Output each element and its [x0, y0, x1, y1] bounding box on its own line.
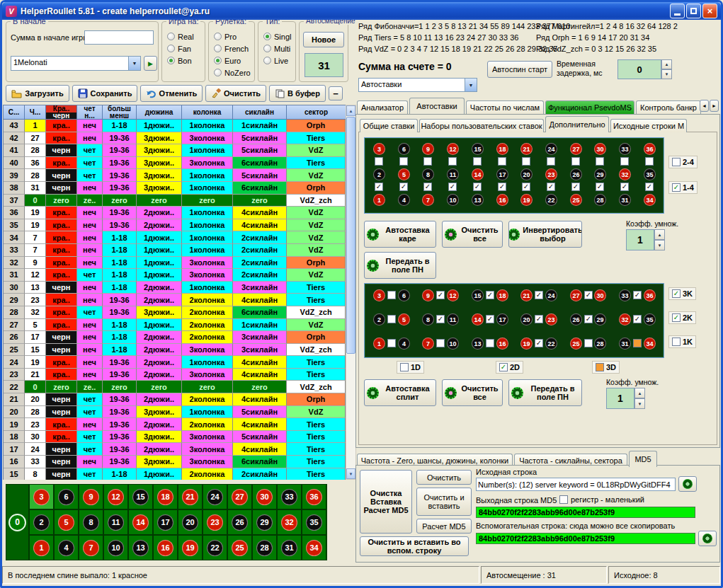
panel1-bottom-checkbox[interactable]	[571, 183, 580, 191]
checkbox-2-4[interactable]	[672, 158, 681, 166]
checkbox-1K[interactable]	[672, 338, 681, 346]
panel1-number-20[interactable]: 20	[520, 168, 533, 180]
scrollbar-up-icon[interactable]: ▲	[346, 105, 355, 116]
panel2-number-12[interactable]: 12	[447, 289, 459, 301]
panel1-bottom-checkbox[interactable]	[645, 183, 654, 191]
panel2-number-2[interactable]: 2	[373, 313, 385, 325]
panel2-number-1[interactable]: 1	[373, 338, 385, 350]
panel2-split-checkbox[interactable]	[387, 315, 396, 323]
col-header-number[interactable]: Ч...	[25, 105, 46, 120]
check-chip-1K[interactable]: 1K	[668, 335, 696, 348]
board-cell-12[interactable]: 12	[103, 484, 128, 509]
panel1-number-34[interactable]: 34	[644, 194, 656, 206]
panel2-split-checkbox[interactable]	[436, 315, 445, 323]
board-cell-10[interactable]: 10	[103, 535, 128, 560]
panel2-number-25[interactable]: 25	[570, 338, 582, 350]
panel2-number-31[interactable]: 31	[619, 338, 631, 350]
panel1-number-1[interactable]: 1	[373, 194, 385, 206]
check-chip-3K[interactable]: 3K	[668, 287, 696, 300]
md5-clear-button[interactable]: Очистить	[416, 470, 472, 485]
panel1-top-checkbox[interactable]	[547, 157, 555, 166]
clear-button[interactable]: Очистить	[205, 85, 266, 102]
panel2-number-28[interactable]: 28	[594, 338, 606, 350]
clear-all-button-2[interactable]: Очистить все	[442, 379, 503, 406]
check-chip-1D[interactable]: 1D	[397, 361, 424, 374]
panel1-number-8[interactable]: 8	[422, 168, 434, 180]
panel1-number-28[interactable]: 28	[594, 194, 606, 206]
board-cell-17[interactable]: 17	[153, 509, 178, 535]
board-cell-13[interactable]: 13	[128, 535, 153, 560]
panel2-number-6[interactable]: 6	[398, 289, 410, 301]
panel1-bottom-checkbox[interactable]	[522, 183, 530, 191]
board-cell-1[interactable]: 1	[29, 535, 54, 560]
panel1-top-checkbox[interactable]	[571, 157, 580, 166]
panel2-number-9[interactable]: 9	[422, 289, 434, 301]
radio-option-bon[interactable]: Bon	[162, 54, 205, 67]
start-sum-input[interactable]	[84, 30, 154, 45]
panel1-number-33[interactable]: 33	[619, 143, 631, 155]
register-checkbox-row[interactable]: регистр - маленький	[559, 495, 644, 504]
history-scrollbar[interactable]: ▲ ▼	[346, 105, 356, 480]
panel1-bottom-checkbox[interactable]	[498, 183, 506, 191]
panel1-top-checkbox[interactable]	[522, 157, 530, 166]
tab-функционал-psevdoms[interactable]: Функционал PsevdoMS	[545, 100, 634, 114]
panel2-number-34[interactable]: 34	[644, 338, 656, 350]
tab-частоты-по-числам[interactable]: Частоты по числам	[466, 100, 544, 114]
panel2-split-checkbox[interactable]	[436, 339, 445, 347]
col-header-range[interactable]: больш менш	[103, 105, 137, 120]
panel1-bottom-checkbox[interactable]	[448, 183, 457, 191]
col-header-dozen[interactable]: дюжина	[137, 105, 182, 120]
panel2-number-17[interactable]: 17	[496, 313, 508, 325]
checkbox-1-4[interactable]	[672, 183, 681, 192]
panel1-number-17[interactable]: 17	[496, 168, 508, 180]
board-cell-0[interactable]: 0	[6, 484, 29, 560]
panel2-number-29[interactable]: 29	[594, 313, 606, 325]
coef-spinner-1[interactable]: 1 ▲ ▼	[626, 229, 665, 250]
spinner-down-icon[interactable]: ▼	[661, 69, 672, 79]
checkbox-2D[interactable]	[499, 363, 508, 371]
panel2-number-36[interactable]: 36	[644, 289, 656, 301]
md5-calc-button[interactable]: Расчет MD5	[416, 519, 472, 534]
tab-исходные-строки-m[interactable]: Исходные строки M	[610, 119, 687, 132]
delay-spinner[interactable]: 0 ▲ ▼	[617, 59, 672, 79]
spinner-up-icon[interactable]: ▲	[634, 388, 645, 398]
panel2-split-checkbox[interactable]	[387, 291, 396, 299]
panel1-number-16[interactable]: 16	[496, 194, 508, 206]
tab-md5[interactable]: MD5	[629, 451, 657, 467]
panel2-number-3[interactable]: 3	[373, 289, 385, 301]
panel2-split-checkbox[interactable]	[486, 339, 494, 347]
board-cell-15[interactable]: 15	[128, 484, 153, 509]
close-button[interactable]: ×	[702, 4, 717, 18]
panel2-number-22[interactable]: 22	[545, 338, 557, 350]
tab-контроль-банкр[interactable]: Контроль банкр	[636, 100, 701, 114]
dropdown-arrow-icon[interactable]: ▼	[465, 79, 477, 91]
panel1-number-30[interactable]: 30	[594, 143, 606, 155]
panel2-number-33[interactable]: 33	[619, 289, 631, 301]
panel1-number-5[interactable]: 5	[398, 168, 410, 180]
panel2-number-19[interactable]: 19	[520, 338, 533, 350]
panel1-top-checkbox[interactable]	[448, 157, 457, 166]
panel2-number-7[interactable]: 7	[422, 338, 434, 350]
collapse-button[interactable]: −	[329, 86, 343, 100]
title-bar[interactable]: V HelperRoullet 5.81 - create helperroul…	[2, 2, 721, 20]
radio-option-multi[interactable]: Multi	[258, 42, 295, 54]
checkbox-3K[interactable]	[672, 289, 681, 298]
board-cell-25[interactable]: 25	[227, 535, 252, 560]
panel1-number-22[interactable]: 22	[545, 194, 557, 206]
md5-source-input[interactable]	[476, 478, 676, 491]
board-cell-35[interactable]: 35	[302, 509, 326, 535]
panel2-number-14[interactable]: 14	[472, 313, 484, 325]
board-cell-2[interactable]: 2	[29, 509, 54, 535]
panel1-bottom-checkbox[interactable]	[547, 183, 555, 191]
panel1-number-35[interactable]: 35	[644, 168, 656, 180]
send-to-pn-button-1[interactable]: Передать в поле ПН	[364, 252, 436, 279]
check-chip-3D[interactable]: 3D	[592, 361, 620, 374]
panel1-number-14[interactable]: 14	[472, 168, 484, 180]
panel1-number-29[interactable]: 29	[594, 168, 606, 180]
panel1-top-checkbox[interactable]	[620, 157, 629, 166]
panel1-number-27[interactable]: 27	[570, 143, 582, 155]
undo-button[interactable]: Отменить	[140, 85, 203, 102]
panel1-number-13[interactable]: 13	[472, 194, 484, 206]
panel1-number-15[interactable]: 15	[472, 143, 484, 155]
panel1-top-checkbox[interactable]	[423, 157, 432, 166]
